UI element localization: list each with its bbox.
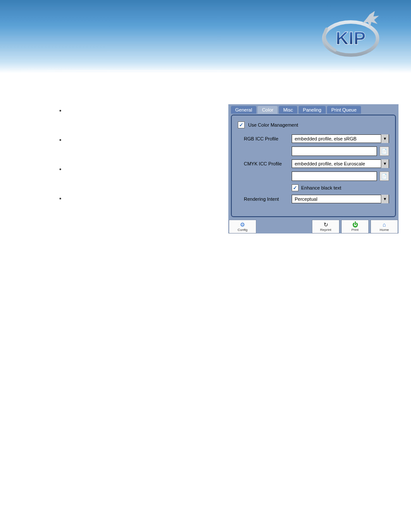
kip-logo: KIP bbox=[316, 8, 385, 64]
cmyk-profile-row: CMYK ICC Profile embedded profile, else … bbox=[244, 159, 389, 168]
enhance-black-label: Enhance black text bbox=[301, 185, 341, 190]
refresh-icon: ↻ bbox=[324, 222, 328, 227]
print-button[interactable]: ⏻ Print bbox=[341, 220, 369, 233]
rendering-intent-row: Rendering Intent Perceptual ▼ bbox=[244, 195, 389, 203]
cmyk-profile-label: CMYK ICC Profile bbox=[244, 161, 289, 166]
print-button-label: Print bbox=[352, 228, 358, 232]
enhance-black-row: Enhance black text bbox=[244, 184, 389, 191]
rendering-intent-label: Rendering Intent bbox=[244, 196, 289, 202]
chevron-down-icon: ▼ bbox=[381, 134, 389, 143]
cmyk-profile-value: embedded profile, else Euroscale bbox=[295, 161, 365, 166]
rgb-profile-label: RGB ICC Profile bbox=[244, 136, 289, 141]
rgb-profile-path-row: 📄 bbox=[244, 146, 389, 156]
rendering-intent-value: Perceptual bbox=[295, 196, 318, 202]
page-content: General Color Misc Paneling Print Queue … bbox=[0, 73, 411, 103]
tab-print-queue[interactable]: Print Queue bbox=[327, 106, 361, 114]
enhance-black-checkbox[interactable] bbox=[292, 184, 299, 191]
folder-icon: 📄 bbox=[381, 149, 387, 154]
header-divider bbox=[0, 70, 411, 71]
rendering-intent-select[interactable]: Perceptual ▼ bbox=[292, 195, 389, 203]
use-color-management-checkbox[interactable] bbox=[238, 121, 245, 128]
tab-color[interactable]: Color bbox=[258, 106, 277, 114]
cmyk-profile-select[interactable]: embedded profile, else Euroscale ▼ bbox=[292, 159, 389, 168]
cmyk-profile-path-input[interactable] bbox=[292, 171, 377, 181]
chevron-down-icon: ▼ bbox=[381, 195, 389, 203]
page-header: KIP bbox=[0, 0, 411, 73]
cmyk-browse-button[interactable]: 📄 bbox=[380, 171, 389, 181]
rgb-browse-button[interactable]: 📄 bbox=[380, 146, 389, 156]
color-tab-panel: Use Color Management RGB ICC Profile emb… bbox=[231, 115, 396, 217]
rgb-profile-path-input[interactable] bbox=[292, 146, 377, 156]
tab-bar: General Color Misc Paneling Print Queue bbox=[228, 104, 399, 114]
rgb-profile-value: embedded profile, else sRGB bbox=[295, 136, 357, 141]
bottom-toolbar: ⚙ Config ↻ Reprint ⏻ Print ⌂ Home bbox=[228, 220, 399, 233]
power-icon: ⏻ bbox=[352, 222, 358, 227]
config-button[interactable]: ⚙ Config bbox=[229, 220, 256, 233]
tab-general[interactable]: General bbox=[231, 106, 256, 114]
home-button[interactable]: ⌂ Home bbox=[371, 220, 398, 233]
settings-panel: General Color Misc Paneling Print Queue … bbox=[228, 104, 399, 233]
use-color-management-row: Use Color Management bbox=[238, 121, 389, 128]
bullet-list bbox=[58, 107, 66, 224]
folder-icon: 📄 bbox=[381, 174, 387, 179]
reprint-button[interactable]: ↻ Reprint bbox=[312, 220, 339, 233]
rgb-profile-select[interactable]: embedded profile, else sRGB ▼ bbox=[292, 134, 389, 143]
svg-text:KIP: KIP bbox=[336, 28, 365, 48]
tab-paneling[interactable]: Paneling bbox=[299, 106, 326, 114]
tab-misc[interactable]: Misc bbox=[279, 106, 297, 114]
reprint-button-label: Reprint bbox=[320, 228, 331, 232]
rgb-profile-row: RGB ICC Profile embedded profile, else s… bbox=[244, 134, 389, 143]
gear-icon: ⚙ bbox=[240, 222, 245, 227]
cmyk-profile-path-row: 📄 bbox=[244, 171, 389, 181]
home-icon: ⌂ bbox=[383, 222, 386, 227]
config-button-label: Config bbox=[237, 228, 247, 232]
use-color-management-label: Use Color Management bbox=[248, 122, 298, 128]
home-button-label: Home bbox=[380, 228, 389, 232]
chevron-down-icon: ▼ bbox=[381, 159, 389, 168]
